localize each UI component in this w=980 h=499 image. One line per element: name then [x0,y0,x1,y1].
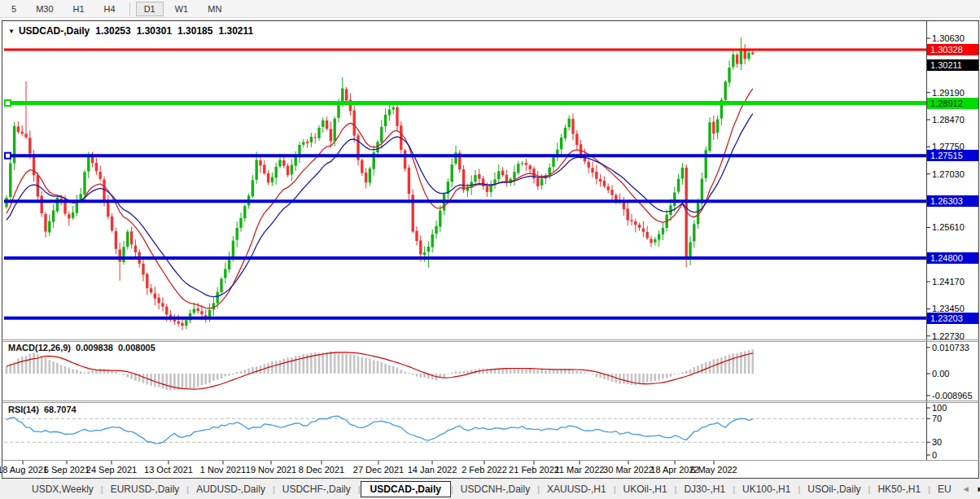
quote-open: 1.30253 [95,25,130,37]
candle-body [427,247,430,252]
quote-close: 1.30211 [218,25,253,37]
candle-body [83,172,85,195]
chart-tab[interactable]: USDCAD-,Daily [361,481,451,497]
candle-body [165,307,168,315]
candle-body [564,128,567,138]
line-handle[interactable] [5,153,11,159]
candle-body [708,122,711,151]
chart-tab[interactable]: XAUUSD-,H1 [540,481,614,497]
candle-body [341,89,343,102]
candle-body [716,120,719,134]
tab-scroll-right-icon[interactable]: ► [973,484,980,493]
rsi-indicator-label: RSI(14)68.7074 [8,405,77,414]
candle-body [689,243,691,259]
candle-body [224,269,226,278]
price-tick-label: 1.24170 [932,277,965,287]
chart-tab[interactable]: HK50-,H1 [870,481,928,497]
chart-tab[interactable]: USOil-,Daily [800,481,868,497]
tab-scroll-left-icon[interactable]: ◄ [959,484,973,493]
candle-body [259,160,261,165]
candle-body [712,122,715,134]
macd-indicator-label: MACD(12,26,9)0.0098380.008005 [8,343,155,352]
rsi-tick-label: 30 [932,437,942,447]
candle-body [44,214,46,232]
candle-body [634,221,637,225]
candle-body [435,226,437,234]
chart-tab[interactable]: USDX,Weekly [24,481,101,497]
candle-body [56,198,59,212]
date-label: 30 Mar 2022 [603,465,654,475]
candle-body [150,288,152,292]
date-label: 6 May 2022 [690,465,737,475]
candle-body [314,138,317,138]
chart-tab-overflow[interactable]: EU [930,481,959,497]
candle-body [13,126,15,164]
candle-body [278,160,281,167]
trading-terminal: 5M30H1H4D1W1MN ▼USDCAD-,Daily1.302531.30… [0,0,980,499]
date-label: 11 Mar 2022 [555,465,605,475]
candle-body [658,234,660,240]
candle-body [142,264,144,275]
date-label: 14 Jan 2022 [408,465,457,475]
chart-tab[interactable]: UKOil-,H1 [616,481,675,497]
candle-body [615,195,617,200]
rsi-value: 68.7074 [44,405,77,414]
rsi-tick-label: 0 [932,450,937,460]
chevron-down-icon[interactable]: ▼ [8,28,15,35]
candle-body [392,107,395,110]
candle-body [181,323,183,326]
candle-body [200,311,203,314]
candle-body [419,240,422,254]
candle-body [161,303,164,307]
candle-body [580,144,582,155]
candle-body [158,298,160,304]
date-label: 6 Sep 2021 [44,465,90,475]
candle-body [650,239,652,243]
chart-tab[interactable]: USDCHF-,Daily [275,481,358,497]
chart-tab[interactable]: EURUSD-,Daily [103,481,187,497]
price-tick-label: 1.29190 [932,88,965,98]
candle-body [68,214,70,218]
price-chart-canvas[interactable] [0,0,980,479]
macd-tick-label: 0.010733 [932,343,969,352]
candle-body [228,258,230,269]
candle-body [497,171,500,179]
chart-tab[interactable]: AUDUSD-,Daily [189,481,273,497]
line-handle[interactable] [5,100,11,106]
candle-body [747,53,750,59]
price-tick-label: 1.28470 [932,115,965,125]
candle-body [99,172,102,179]
candle-body [744,50,746,59]
candle-body [302,142,304,145]
chart-tab[interactable]: USDCNH-,Daily [453,481,537,497]
candle-body [677,179,680,192]
candle-body [646,232,649,239]
candle-body [197,309,199,311]
date-label: 24 Sep 2021 [86,465,137,475]
candle-body [122,247,125,262]
candle-body [322,120,324,127]
symbol-period-label: USDCAD-,Daily [19,25,90,37]
candle-body [365,173,367,182]
candle-body [380,127,383,142]
candle-body [252,180,254,196]
candle-body [267,173,269,183]
candle-body [408,168,410,194]
date-label: 18 Aug 2021 [0,465,48,475]
current-price-label: 1.30211 [927,59,978,71]
candle-body [669,205,672,215]
candle-body [513,172,515,179]
chart-title: ▼USDCAD-,Daily1.302531.303011.301851.302… [8,25,253,37]
candle-body [462,169,465,190]
quote-high: 1.30301 [137,25,172,37]
chart-tab[interactable]: DJ30-,H1 [676,481,733,497]
date-label: 19 Nov 2021 [246,465,296,475]
candle-body [256,160,258,180]
candle-body [642,229,645,232]
candle-body [388,110,391,116]
candle-body [610,190,613,195]
candle-body [217,292,219,304]
candle-body [571,119,574,134]
candle-body [603,181,606,186]
chart-tab[interactable]: UK100-,H1 [735,481,798,497]
